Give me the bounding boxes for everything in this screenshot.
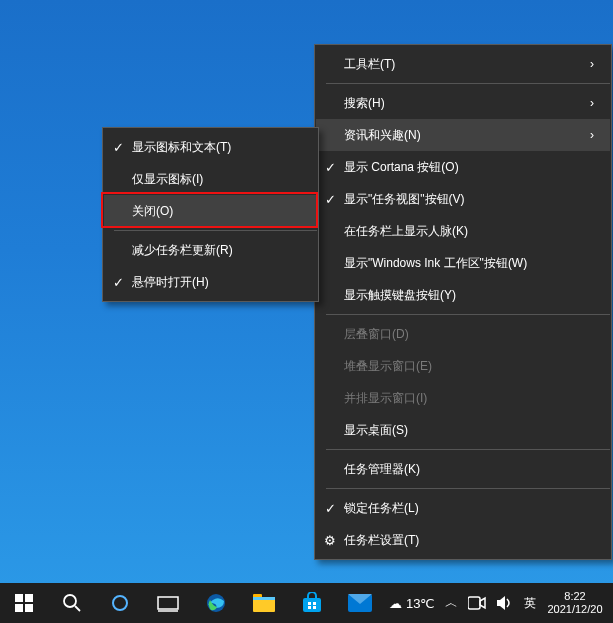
taskbar: ☁ 13℃ ︿ 英 8:22 2021/12/20	[0, 583, 613, 623]
menu-label: 搜索(H)	[344, 95, 580, 112]
menu-label: 显示图标和文本(T)	[132, 139, 301, 156]
clock-date: 2021/12/20	[547, 603, 602, 616]
menu-item-show-cortana[interactable]: ✓ 显示 Cortana 按钮(O)	[316, 151, 610, 183]
tray-volume[interactable]	[491, 583, 519, 623]
taskbar-left	[0, 583, 384, 623]
menu-label: 关闭(O)	[132, 203, 301, 220]
menu-label: 任务栏设置(T)	[344, 532, 594, 549]
menu-item-cascade: ✓ 层叠窗口(D)	[316, 318, 610, 350]
menu-item-show-touchkeyboard[interactable]: ✓ 显示触摸键盘按钮(Y)	[316, 279, 610, 311]
speaker-icon	[496, 595, 514, 611]
svg-rect-12	[253, 597, 275, 600]
tray-meet-now[interactable]	[463, 583, 491, 623]
action-center-button[interactable]: 1	[609, 583, 613, 623]
submenu-item-open-on-hover[interactable]: ✓ 悬停时打开(H)	[104, 266, 317, 298]
svg-rect-0	[15, 594, 23, 602]
menu-item-task-manager[interactable]: ✓ 任务管理器(K)	[316, 453, 610, 485]
microsoft-store-button[interactable]	[288, 583, 336, 623]
menu-item-toolbars[interactable]: ✓ 工具栏(T) ›	[316, 48, 610, 80]
menu-label: 层叠窗口(D)	[344, 326, 594, 343]
svg-rect-16	[308, 606, 311, 609]
edge-icon	[205, 592, 227, 614]
windows-logo-icon	[15, 594, 33, 612]
mail-button[interactable]	[336, 583, 384, 623]
menu-item-show-taskview[interactable]: ✓ 显示"任务视图"按钮(V)	[316, 183, 610, 215]
taskbar-context-menu: ✓ 工具栏(T) › ✓ 搜索(H) › ✓ 资讯和兴趣(N) › ✓ 显示 C…	[314, 44, 612, 560]
menu-separator	[114, 230, 317, 231]
svg-rect-13	[303, 598, 321, 612]
weather-widget[interactable]: ☁ 13℃	[384, 583, 440, 623]
menu-label: 仅显示图标(I)	[132, 171, 301, 188]
menu-item-search[interactable]: ✓ 搜索(H) ›	[316, 87, 610, 119]
svg-rect-3	[25, 604, 33, 612]
menu-separator	[326, 83, 610, 84]
menu-label: 资讯和兴趣(N)	[344, 127, 580, 144]
menu-label: 显示 Cortana 按钮(O)	[344, 159, 594, 176]
menu-item-show-ink[interactable]: ✓ 显示"Windows Ink 工作区"按钮(W)	[316, 247, 610, 279]
svg-point-4	[64, 595, 76, 607]
cortana-icon	[110, 593, 130, 613]
menu-item-show-people[interactable]: ✓ 在任务栏上显示人脉(K)	[316, 215, 610, 247]
submenu-item-icon-only[interactable]: ✓ 仅显示图标(I)	[104, 163, 317, 195]
menu-label: 显示"Windows Ink 工作区"按钮(W)	[344, 255, 594, 272]
store-icon	[301, 592, 323, 614]
chevron-right-icon: ›	[580, 128, 594, 142]
menu-label: 显示触摸键盘按钮(Y)	[344, 287, 594, 304]
taskview-button[interactable]	[144, 583, 192, 623]
submenu-item-icon-and-text[interactable]: ✓ 显示图标和文本(T)	[104, 131, 317, 163]
svg-rect-15	[313, 602, 316, 605]
menu-item-taskbar-settings[interactable]: ⚙ 任务栏设置(T)	[316, 524, 610, 556]
menu-separator	[326, 449, 610, 450]
weather-icon: ☁	[389, 596, 402, 611]
folder-icon	[253, 594, 275, 612]
camera-icon	[468, 596, 486, 610]
check-icon: ✓	[316, 160, 344, 175]
chevron-right-icon: ›	[580, 96, 594, 110]
menu-item-lock-taskbar[interactable]: ✓ 锁定任务栏(L)	[316, 492, 610, 524]
start-button[interactable]	[0, 583, 48, 623]
chevron-right-icon: ›	[580, 57, 594, 71]
cortana-button[interactable]	[96, 583, 144, 623]
menu-label: 并排显示窗口(I)	[344, 390, 594, 407]
menu-label: 任务管理器(K)	[344, 461, 594, 478]
menu-label: 在任务栏上显示人脉(K)	[344, 223, 594, 240]
weather-text: 13℃	[406, 596, 435, 611]
svg-line-5	[75, 606, 80, 611]
menu-separator	[326, 314, 610, 315]
mail-icon	[348, 594, 372, 612]
svg-rect-17	[313, 606, 316, 609]
menu-label: 工具栏(T)	[344, 56, 580, 73]
chevron-up-icon: ︿	[445, 594, 458, 612]
menu-label: 显示"任务视图"按钮(V)	[344, 191, 594, 208]
taskview-icon	[157, 594, 179, 612]
check-icon: ✓	[104, 275, 132, 290]
clock-time: 8:22	[564, 590, 585, 603]
svg-rect-14	[308, 602, 311, 605]
menu-item-sidebyside: ✓ 并排显示窗口(I)	[316, 382, 610, 414]
search-button[interactable]	[48, 583, 96, 623]
menu-label: 堆叠显示窗口(E)	[344, 358, 594, 375]
news-interests-submenu: ✓ 显示图标和文本(T) ✓ 仅显示图标(I) ✓ 关闭(O) ✓ 减少任务栏更…	[102, 127, 319, 302]
tray-ime[interactable]: 英	[519, 583, 541, 623]
svg-rect-19	[468, 597, 480, 609]
svg-rect-1	[25, 594, 33, 602]
check-icon: ✓	[316, 501, 344, 516]
tray-clock[interactable]: 8:22 2021/12/20	[541, 590, 608, 616]
menu-label: 显示桌面(S)	[344, 422, 594, 439]
menu-item-show-desktop[interactable]: ✓ 显示桌面(S)	[316, 414, 610, 446]
menu-separator	[326, 488, 610, 489]
check-icon: ✓	[104, 140, 132, 155]
menu-label: 减少任务栏更新(R)	[132, 242, 301, 259]
check-icon: ✓	[316, 192, 344, 207]
tray-overflow-button[interactable]: ︿	[440, 583, 463, 623]
ime-language: 英	[524, 595, 536, 612]
menu-item-news-interests[interactable]: ✓ 资讯和兴趣(N) ›	[316, 119, 610, 151]
submenu-item-turn-off[interactable]: ✓ 关闭(O)	[104, 195, 317, 227]
taskbar-right: ☁ 13℃ ︿ 英 8:22 2021/12/20	[384, 583, 613, 623]
file-explorer-button[interactable]	[240, 583, 288, 623]
menu-item-stacked: ✓ 堆叠显示窗口(E)	[316, 350, 610, 382]
submenu-item-reduce-updates[interactable]: ✓ 减少任务栏更新(R)	[104, 234, 317, 266]
search-icon	[62, 593, 82, 613]
svg-rect-7	[158, 597, 178, 609]
edge-button[interactable]	[192, 583, 240, 623]
